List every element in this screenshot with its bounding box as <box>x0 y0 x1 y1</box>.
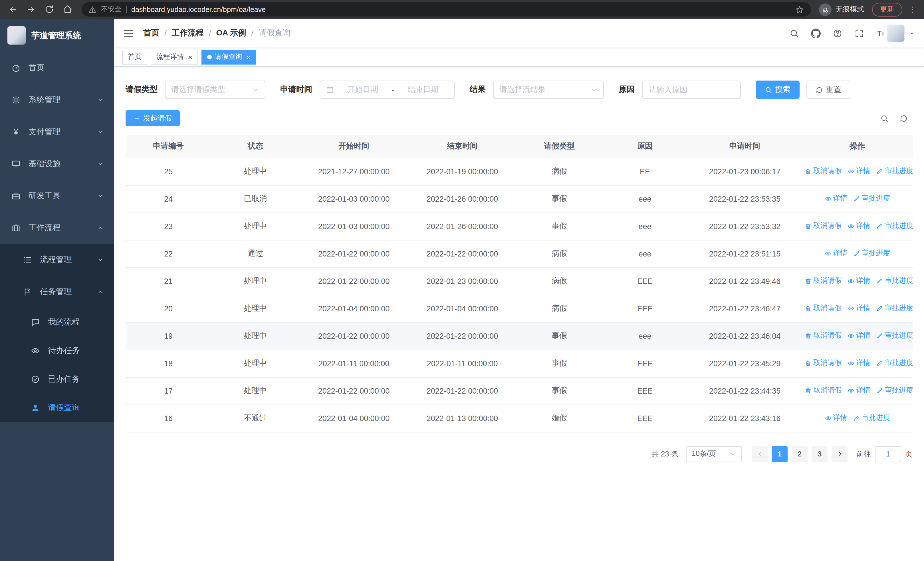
approval-progress-link[interactable]: 审批进度 <box>853 194 890 204</box>
cell-id: 24 <box>126 185 211 212</box>
avatar[interactable] <box>887 24 904 42</box>
cancel-leave-link[interactable]: 取消请假 <box>805 386 842 396</box>
approval-progress-link[interactable]: 审批进度 <box>876 331 913 341</box>
page-number-button[interactable]: 2 <box>792 446 808 462</box>
goto-page-input[interactable] <box>875 446 901 462</box>
fullscreen-icon[interactable] <box>854 28 864 38</box>
cell-leave-type: 事假 <box>516 185 602 212</box>
cancel-leave-link[interactable]: 取消请假 <box>805 358 842 368</box>
sidebar-item[interactable]: 首页 <box>0 52 114 84</box>
page-number-button[interactable]: 1 <box>772 446 788 462</box>
forward-icon[interactable] <box>26 5 36 14</box>
breadcrumb-item[interactable]: 首页 <box>143 28 159 38</box>
cancel-leave-link[interactable]: 取消请假 <box>805 331 842 341</box>
detail-link[interactable]: 详情 <box>848 167 870 176</box>
search-icon[interactable] <box>880 114 889 123</box>
page-size-select[interactable]: 10条/页 <box>686 446 742 462</box>
security-label[interactable]: 不安全 <box>101 5 122 14</box>
refresh-icon[interactable] <box>900 114 908 123</box>
sidebar-item[interactable]: 支付管理 <box>0 116 114 148</box>
cancel-leave-link[interactable]: 取消请假 <box>805 276 842 286</box>
tab[interactable]: 流程详情× <box>151 50 198 64</box>
cell-apply-time: 2022-01-22 23:44:35 <box>688 377 802 405</box>
action-label: 详情 <box>856 304 870 313</box>
search-button[interactable]: 搜索 <box>756 81 800 99</box>
next-page-button[interactable] <box>831 446 848 462</box>
action-label: 详情 <box>856 386 870 396</box>
address-bar[interactable]: 不安全 dashboard.yudao.iocoder.cn/bpm/oa/le… <box>82 2 811 17</box>
breadcrumb-item[interactable]: 工作流程 <box>172 28 204 38</box>
reload-icon[interactable] <box>45 5 54 14</box>
update-button[interactable]: 更新 <box>872 3 902 16</box>
sidebar-item[interactable]: 任务管理 <box>0 276 114 308</box>
reset-button[interactable]: 重置 <box>806 81 850 99</box>
filter-label: 结果 <box>470 84 486 95</box>
end-date-placeholder[interactable]: 结束日期 <box>398 84 449 95</box>
detail-link[interactable]: 详情 <box>848 331 870 341</box>
approval-progress-link[interactable]: 审批进度 <box>853 249 890 259</box>
sidebar-item[interactable]: 基础设施 <box>0 148 114 180</box>
briefcase-icon <box>11 191 21 200</box>
tab[interactable]: 请假查询× <box>201 50 256 64</box>
result-select[interactable]: 请选择流结果 <box>493 81 604 99</box>
tab[interactable]: 首页 <box>122 50 147 64</box>
cell-status: 处理中 <box>211 377 300 405</box>
cancel-leave-link[interactable]: 取消请假 <box>805 304 842 313</box>
approval-progress-link[interactable]: 审批进度 <box>876 167 913 176</box>
detail-link[interactable]: 详情 <box>848 386 870 396</box>
cell-id: 17 <box>126 377 211 405</box>
sidebar-item[interactable]: 请假查询 <box>0 394 114 422</box>
sidebar-item[interactable]: 系统管理 <box>0 84 114 116</box>
detail-link[interactable]: 详情 <box>824 194 847 204</box>
detail-link[interactable]: 详情 <box>848 221 870 231</box>
back-icon[interactable] <box>8 5 18 14</box>
create-leave-button[interactable]: 发起请假 <box>126 110 180 126</box>
sidebar-toggle-icon[interactable] <box>123 28 134 39</box>
approval-progress-link[interactable]: 审批进度 <box>876 276 913 286</box>
detail-link[interactable]: 详情 <box>824 249 847 259</box>
cancel-leave-link[interactable]: 取消请假 <box>805 167 842 176</box>
close-icon[interactable]: × <box>246 53 250 61</box>
leave-type-select[interactable]: 请选择请假类型 <box>165 81 266 99</box>
start-date-placeholder[interactable]: 开始日期 <box>337 84 388 95</box>
date-range-picker[interactable]: 开始日期 - 结束日期 <box>320 81 455 99</box>
detail-link[interactable]: 详情 <box>848 358 870 368</box>
breadcrumb-item: 请假查询 <box>258 28 291 38</box>
user-avatar[interactable] <box>887 24 915 42</box>
approval-progress-link[interactable]: 审批进度 <box>853 413 890 423</box>
sidebar-item[interactable]: 工作流程 <box>0 212 114 244</box>
sidebar-item[interactable]: 已办任务 <box>0 365 114 394</box>
browser-menu-icon[interactable] <box>908 5 917 14</box>
approval-progress-link[interactable]: 审批进度 <box>876 304 913 313</box>
help-icon[interactable] <box>832 28 842 38</box>
cell-end-time: 2022-01-04 00:00:00 <box>408 295 516 322</box>
sidebar-item[interactable]: 流程管理 <box>0 244 114 276</box>
sidebar-item[interactable]: 待办任务 <box>0 337 114 365</box>
page-number-button[interactable]: 3 <box>812 446 828 462</box>
breadcrumb-item[interactable]: OA 示例 <box>216 28 246 38</box>
sidebar-item[interactable]: 我的流程 <box>0 308 114 337</box>
reason-input[interactable] <box>643 81 740 98</box>
cancel-leave-link[interactable]: 取消请假 <box>805 221 842 231</box>
approval-progress-link[interactable]: 审批进度 <box>876 386 913 396</box>
prev-page-button[interactable] <box>752 446 768 462</box>
approval-progress-link[interactable]: 审批进度 <box>876 221 913 231</box>
sidebar-item-label: 流程管理 <box>40 255 72 265</box>
bookmark-star-icon[interactable] <box>795 5 804 14</box>
home-icon[interactable] <box>63 5 72 14</box>
edit-icon <box>853 250 860 257</box>
refresh-icon <box>816 86 823 93</box>
close-icon[interactable]: × <box>188 53 192 61</box>
font-size-icon[interactable] <box>876 28 886 38</box>
detail-link[interactable]: 详情 <box>824 413 847 423</box>
search-icon[interactable] <box>789 28 799 38</box>
detail-link[interactable]: 详情 <box>848 304 870 313</box>
sidebar-item[interactable]: 研发工具 <box>0 180 114 212</box>
cell-operations: 详情审批进度 <box>802 405 913 432</box>
detail-link[interactable]: 详情 <box>848 276 870 286</box>
chevron-down-icon <box>97 193 104 199</box>
url-text[interactable]: dashboard.yudao.iocoder.cn/bpm/oa/leave <box>131 5 790 14</box>
github-icon[interactable] <box>811 28 821 38</box>
cell-id: 19 <box>126 322 211 350</box>
approval-progress-link[interactable]: 审批进度 <box>876 358 913 368</box>
